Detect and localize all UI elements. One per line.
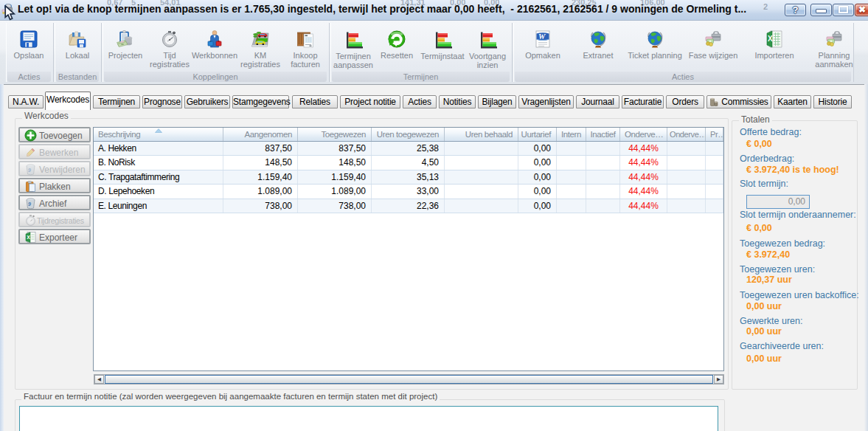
svg-text:X: X [27,235,30,240]
svg-text:9: 9 [28,201,31,207]
svg-text:W: W [538,32,546,41]
svg-text:9: 9 [28,168,31,173]
svg-text:X: X [768,35,773,43]
